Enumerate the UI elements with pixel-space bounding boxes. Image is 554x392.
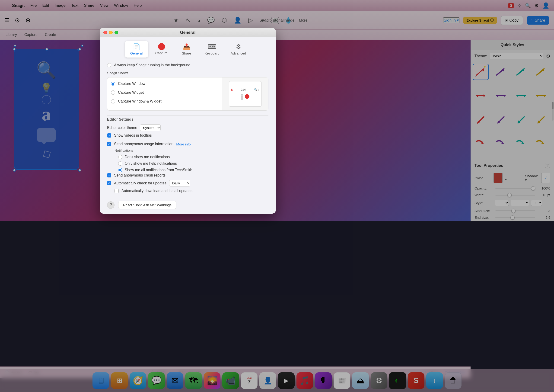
notification-all[interactable]: Show me all notifications from TechSmith xyxy=(107,167,268,173)
radio-capture-window-widget-label: Capture Window & Widget xyxy=(118,99,162,104)
minimize-button[interactable] xyxy=(109,31,113,34)
color-theme-select[interactable]: System Light Dark xyxy=(140,124,161,131)
general-tab-icon: 📄 xyxy=(133,43,140,50)
capture-tab-icon xyxy=(158,43,165,50)
auto-download-checkbox[interactable] xyxy=(115,189,119,193)
general-tab-label: General xyxy=(130,51,143,55)
crash-reports-row: Send anonymous crash reports xyxy=(107,173,268,177)
radio-capture-window-widget[interactable]: Capture Window & Widget xyxy=(107,97,222,106)
radio-capture-window-widget-btn[interactable] xyxy=(111,99,115,104)
send-usage-checkbox[interactable] xyxy=(107,142,111,146)
crash-reports-label: Send anonymous crash reports xyxy=(114,173,166,177)
radio-help-only-label: Only show me help notifications xyxy=(125,161,177,166)
advanced-tab-label: Advanced xyxy=(231,51,246,55)
radio-capture-window-label: Capture Window xyxy=(118,82,145,86)
radio-all-notifications-btn[interactable] xyxy=(118,168,122,172)
reset-warnings-button[interactable]: Reset "Don't Ask Me" Warnings xyxy=(118,201,176,209)
background-toggle-checkbox[interactable] xyxy=(107,63,111,67)
tab-capture[interactable]: Capture xyxy=(150,41,173,57)
radio-capture-widget-label: Capture Widget xyxy=(118,91,144,95)
advanced-tab-icon: ⚙ xyxy=(236,43,241,50)
notification-help-only[interactable]: Only show me help notifications xyxy=(107,160,268,167)
general-dialog: General 📄 General Capture 📤 Share ⌨ Keyb… xyxy=(100,28,276,214)
auto-download-row: Automatically download and install updat… xyxy=(107,189,268,193)
dialog-content: Always keep Snagit running in the backgr… xyxy=(100,59,276,201)
auto-check-label: Automatically check for updates xyxy=(114,181,166,185)
dialog-titlebar: General xyxy=(100,28,276,37)
update-frequency-wrapper: Daily Weekly Monthly xyxy=(169,180,190,187)
radio-dont-show-btn[interactable] xyxy=(118,155,122,159)
color-theme-row: Editor color theme System Light Dark xyxy=(107,124,268,131)
options-list: Capture Window Capture Widget Capture Wi… xyxy=(107,77,222,110)
dialog-title: General xyxy=(180,30,195,35)
tab-keyboard[interactable]: ⌨ Keyboard xyxy=(200,41,224,57)
dialog-bottom: ? Reset "Don't Ask Me" Warnings xyxy=(100,201,276,214)
maximize-button[interactable] xyxy=(115,31,118,34)
radio-capture-widget[interactable]: Capture Widget xyxy=(107,88,222,97)
auto-check-checkbox[interactable] xyxy=(107,181,111,185)
help-circle-btn[interactable]: ? xyxy=(107,201,115,209)
notifications-label: Notifications: xyxy=(115,148,268,152)
radio-help-only-btn[interactable] xyxy=(118,161,122,166)
radio-capture-window[interactable]: Capture Window xyxy=(107,79,222,88)
color-theme-label: Editor color theme xyxy=(107,126,137,130)
share-tab-label: Share xyxy=(182,51,191,55)
keyboard-tab-icon: ⌨ xyxy=(208,43,216,50)
crash-reports-checkbox[interactable] xyxy=(107,173,111,177)
send-usage-row: Send anonymous usage information More in… xyxy=(107,142,268,146)
show-videos-row: Show videos in tooltips xyxy=(107,133,268,138)
tab-advanced[interactable]: ⚙ Advanced xyxy=(226,41,251,57)
radio-all-label: Show me all notifications from TechSmith xyxy=(125,168,192,172)
more-info-link[interactable]: More info xyxy=(176,142,191,146)
radio-capture-widget-btn[interactable] xyxy=(111,91,115,95)
options-box: Capture Window Capture Widget Capture Wi… xyxy=(107,77,268,111)
divider-1 xyxy=(107,115,268,116)
capture-tab-label: Capture xyxy=(155,51,168,55)
radio-inner-all xyxy=(119,169,121,171)
preview-box: S 9:04 🔍≡ xyxy=(222,77,268,110)
tab-share[interactable]: 📤 Share xyxy=(175,41,198,57)
share-tab-icon: 📤 xyxy=(183,43,190,50)
snagit-shows-label: Snagit Shows xyxy=(107,71,268,75)
auto-check-row: Automatically check for updates Daily We… xyxy=(107,180,268,187)
divider-2 xyxy=(107,140,268,140)
send-usage-label: Send anonymous usage information xyxy=(114,142,173,146)
preview-phone: S 9:04 🔍≡ xyxy=(229,81,262,107)
traffic-lights xyxy=(103,31,118,34)
notification-dont-show[interactable]: Don't show me notifications xyxy=(107,154,268,160)
radio-dont-show-label: Don't show me notifications xyxy=(125,155,170,159)
background-toggle-label: Always keep Snagit running in the backgr… xyxy=(114,63,190,67)
background-toggle-row: Always keep Snagit running in the backgr… xyxy=(107,63,268,67)
update-frequency-select[interactable]: Daily Weekly Monthly xyxy=(169,180,190,187)
radio-capture-window-btn[interactable] xyxy=(111,82,115,86)
dialog-tabs: 📄 General Capture 📤 Share ⌨ Keyboard ⚙ A… xyxy=(100,37,276,59)
editor-settings-title: Editor Settings xyxy=(107,117,268,122)
auto-download-label: Automatically download and install updat… xyxy=(121,189,192,193)
close-button[interactable] xyxy=(103,31,107,34)
radio-inner xyxy=(112,83,114,85)
show-videos-checkbox[interactable] xyxy=(107,133,111,138)
keyboard-tab-label: Keyboard xyxy=(205,51,220,55)
show-videos-label: Show videos in tooltips xyxy=(114,133,152,138)
tab-general[interactable]: 📄 General xyxy=(125,41,148,57)
modal-overlay: General 📄 General Capture 📤 Share ⌨ Keyb… xyxy=(0,0,554,392)
